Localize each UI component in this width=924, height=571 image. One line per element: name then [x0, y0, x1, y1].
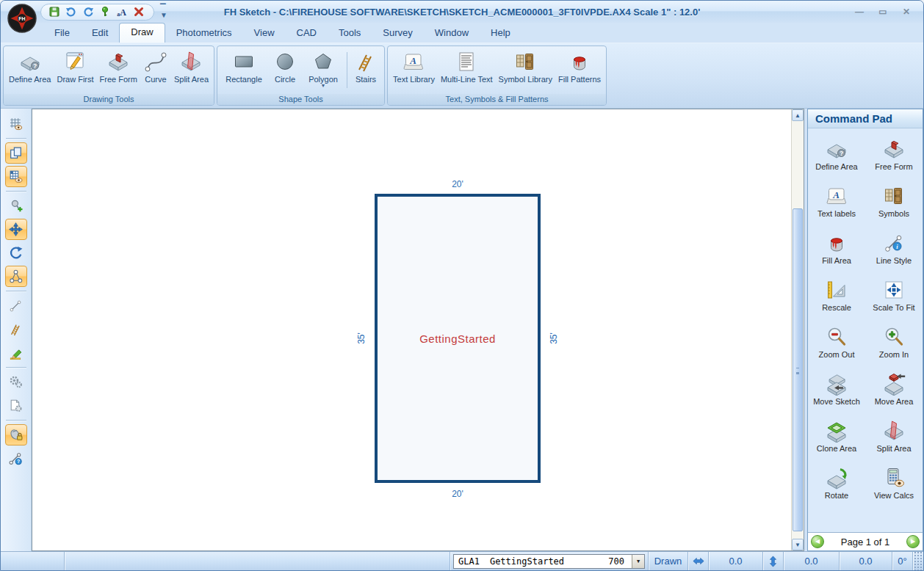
curve-button[interactable]: Curve [140, 49, 171, 85]
cp-rescale-button[interactable]: Rescale [808, 272, 865, 319]
pencil-edit-icon [8, 345, 24, 360]
main-area: 20' 20' 35' 35' GettingStarted ▲ ▼ Comma… [1, 109, 923, 551]
fh-sketch-window: ▔▼ FH Sketch - C:\FIREHOUSE SOFTWARE\SKE… [0, 0, 924, 571]
free-form-button[interactable]: Free Form [97, 49, 140, 85]
split-area-button[interactable]: Split Area [171, 49, 212, 85]
menu-tools[interactable]: Tools [328, 23, 372, 43]
cp-view-calcs-button[interactable]: View Calcs [865, 459, 923, 506]
menu-file[interactable]: File [43, 23, 81, 43]
cp-zoom-in-button[interactable]: Zoom In [865, 319, 923, 365]
menu-help[interactable]: Help [480, 23, 521, 43]
line-help-icon [8, 451, 24, 466]
cp-scale-to-fit-button[interactable]: Scale To Fit [865, 272, 923, 319]
pencil-edit-button[interactable] [5, 342, 27, 363]
fill-patterns-button[interactable]: Fill Patterns [555, 49, 604, 85]
polygon-button[interactable]: Polygon ▼ [302, 49, 344, 87]
font-icon[interactable] [116, 6, 128, 18]
cp-free-form-button[interactable]: Free Form [865, 131, 923, 178]
close-button[interactable]: ✕ [897, 5, 916, 18]
previous-page-button[interactable]: ◀ [811, 535, 824, 548]
define-area-button[interactable]: Define Area [6, 49, 54, 85]
clone-area-icon [824, 419, 849, 443]
cp-zoom-out-button[interactable]: Zoom Out [808, 319, 865, 365]
menu-survey[interactable]: Survey [372, 23, 423, 43]
area-select-combo[interactable]: GLA1 GettingStarted 700 ▼ [453, 554, 645, 569]
cp-fill-area-button[interactable]: Fill Area [808, 225, 865, 272]
next-page-button[interactable]: ▶ [906, 535, 920, 548]
menu-window[interactable]: Window [424, 23, 480, 43]
cp-move-sketch-button[interactable]: Move Sketch [808, 365, 865, 412]
symbol-library-icon [513, 50, 537, 73]
line-help-button[interactable] [5, 448, 27, 469]
minimize-button[interactable]: — [850, 5, 869, 18]
sketch-area-rectangle[interactable]: 20' 20' 35' 35' GettingStarted [375, 194, 541, 483]
toolbar-separator [6, 367, 26, 368]
text-library-button[interactable]: Text Library [390, 49, 438, 85]
group-caption-shape-tools: Shape Tools [217, 94, 384, 105]
cp-split-area-button[interactable]: Split Area [865, 412, 923, 459]
rotate-3d-button[interactable] [5, 242, 27, 263]
vertical-scrollbar[interactable]: ▲ ▼ [791, 109, 804, 550]
line-style-icon [881, 231, 906, 255]
cp-line-style-button[interactable]: Line Style [865, 225, 923, 272]
ribbon: Define Area Draw First Free Form Curve S… [1, 43, 923, 109]
pin-icon[interactable] [99, 6, 111, 18]
save-icon[interactable] [48, 6, 60, 18]
settings-gears-button[interactable] [5, 371, 27, 393]
menu-edit[interactable]: Edit [81, 23, 119, 43]
menu-draw[interactable]: Draw [119, 23, 165, 43]
menu-cad[interactable]: CAD [286, 23, 328, 43]
cp-text-labels-button[interactable]: Text labels [808, 178, 865, 225]
combo-dropdown-button[interactable]: ▼ [632, 555, 644, 568]
quick-access-toolbar [40, 4, 154, 21]
status-x-coordinate: 0.0 [709, 552, 763, 570]
sketch-canvas[interactable]: 20' 20' 35' 35' GettingStarted [32, 109, 791, 550]
symbol-library-button[interactable]: Symbol Library [496, 49, 555, 85]
mouse-lock-button[interactable] [5, 424, 27, 445]
move-cross-button[interactable] [5, 219, 27, 240]
document-settings-button[interactable] [5, 395, 27, 416]
maximize-button[interactable]: ▭ [873, 5, 892, 18]
stairs-tool-button[interactable] [5, 319, 27, 340]
cp-rotate-button[interactable]: Rotate [808, 459, 865, 506]
scroll-thumb[interactable] [793, 208, 803, 531]
cp-define-area-button[interactable]: Define Area [808, 131, 865, 178]
circle-button[interactable]: Circle [268, 49, 302, 85]
grid-snap-button[interactable] [5, 166, 27, 187]
resize-grip[interactable] [913, 552, 923, 570]
node-edit-button[interactable] [5, 266, 27, 287]
multi-line-text-button[interactable]: Multi-Line Text [438, 49, 496, 85]
settings-gears-icon [8, 374, 24, 390]
customize-toolbar-arrow-icon[interactable]: ▔▼ [160, 4, 167, 19]
redo-icon[interactable] [82, 6, 94, 18]
polygon-dropdown-arrow-icon[interactable]: ▼ [321, 84, 326, 87]
cp-symbols-button[interactable]: Symbols [865, 178, 923, 225]
pin-add-icon [8, 198, 24, 214]
stairs-button[interactable]: Stairs [350, 49, 382, 85]
status-y-coordinate: 0.0 [784, 552, 840, 570]
fill-area-icon [824, 231, 849, 255]
scale-to-fit-icon [881, 278, 906, 302]
line-segment-button[interactable] [5, 295, 27, 316]
cp-move-area-button[interactable]: Move Area [865, 365, 923, 412]
symbols-icon [881, 184, 906, 208]
app-logo-icon[interactable] [7, 3, 37, 34]
delete-icon[interactable] [133, 6, 145, 18]
menu-photometrics[interactable]: Photometrics [165, 23, 243, 43]
split-area-icon [179, 50, 203, 73]
rectangle-icon [232, 50, 256, 73]
grid-visibility-button[interactable] [5, 113, 27, 134]
area-name-label: GettingStarted [378, 332, 538, 345]
status-empty-left [1, 552, 65, 570]
scroll-down-button[interactable]: ▼ [792, 539, 804, 550]
rectangle-button[interactable]: Rectangle [220, 49, 268, 85]
draw-first-button[interactable]: Draw First [54, 49, 96, 85]
menu-view[interactable]: View [243, 23, 286, 43]
page-copy-button[interactable] [5, 142, 27, 164]
define-area-icon [824, 137, 849, 161]
undo-icon[interactable] [65, 6, 77, 18]
cp-clone-area-button[interactable]: Clone Area [808, 412, 865, 459]
pin-add-button[interactable] [5, 195, 27, 217]
scroll-track[interactable] [792, 121, 804, 539]
scroll-up-button[interactable]: ▲ [792, 109, 804, 121]
